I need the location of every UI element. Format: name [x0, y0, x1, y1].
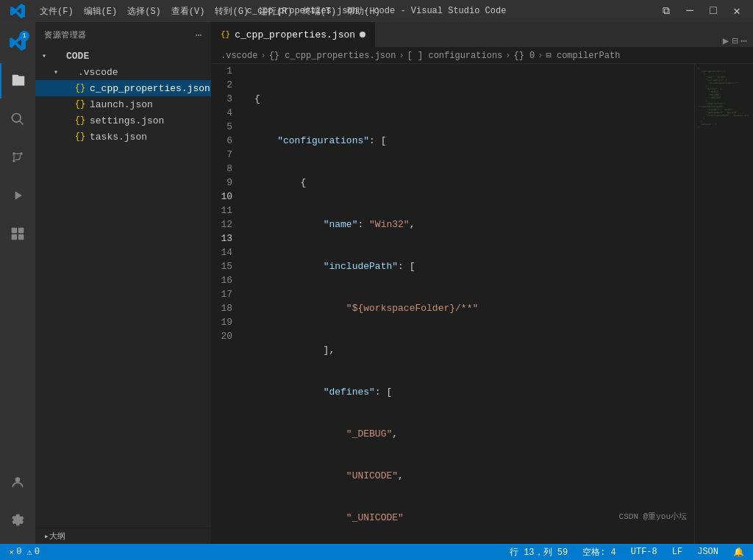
tab-json-icon: {}: [221, 30, 230, 39]
breadcrumb-vscode[interactable]: .vscode: [221, 51, 257, 61]
file-tree: ▾ CODE ▾ .vscode ▸ {} c_cpp_properties.j…: [35, 48, 211, 528]
title-bar: 文件(F) 编辑(E) 选择(S) 查看(V) 转到(G) 运行(R) 终端(T…: [0, 0, 753, 22]
maximize-button[interactable]: □: [703, 4, 724, 18]
tab-bar-actions: ▶ ⊟ ⋯: [717, 35, 753, 47]
status-bar-right: 行 13，列 59 空格: 4 UTF-8 LF JSON 🔔: [507, 546, 747, 559]
vscode-folder-item[interactable]: ▾ .vscode: [35, 64, 211, 80]
spaces-text: 空格: 4: [582, 546, 616, 559]
accounts-icon[interactable]: [0, 464, 35, 500]
run-debug-icon[interactable]: [0, 178, 35, 213]
position-status[interactable]: 行 13，列 59: [507, 546, 571, 559]
file-launch[interactable]: ▸ {} launch.json: [35, 96, 211, 112]
menu-edit[interactable]: 编辑(E): [79, 4, 122, 19]
svg-rect-8: [18, 234, 24, 240]
breadcrumb-file[interactable]: {} c_cpp_properties.json: [269, 51, 396, 61]
explorer-icon[interactable]: [0, 63, 35, 98]
minimize-button[interactable]: ─: [679, 4, 700, 18]
code-line-8: "defines": [: [254, 385, 694, 399]
code-line-10: "UNICODE",: [254, 469, 694, 483]
active-tab[interactable]: {} c_cpp_properties.json: [212, 22, 375, 47]
breadcrumb-sep1: ›: [260, 51, 265, 61]
outline-text: 大纲: [49, 531, 65, 542]
language-status[interactable]: JSON: [694, 547, 721, 557]
sidebar-title: 资源管理器: [44, 29, 87, 40]
encoding-text: UTF-8: [631, 547, 657, 557]
new-file-icon[interactable]: ⋯: [196, 29, 202, 41]
code-editor[interactable]: 1 2 3 4 5 6 7 8 9 10 11 12 13 14 15 16 1…: [212, 64, 753, 544]
line-num-14: 14: [212, 245, 240, 259]
menu-file[interactable]: 文件(F): [35, 4, 78, 19]
error-count: 0: [16, 547, 21, 557]
code-line-9: "_DEBUG",: [254, 427, 694, 441]
json-icon2: {}: [74, 98, 87, 111]
spaces-status[interactable]: 空格: 4: [579, 546, 619, 559]
svg-line-1: [20, 121, 24, 125]
window-title: c_cpp_properties.json - code - Visual St…: [247, 6, 507, 16]
editor-area: {} c_cpp_properties.json ▶ ⊟ ⋯ .vscode ›…: [212, 22, 753, 544]
breadcrumb-configurations[interactable]: [ ] configurations: [407, 51, 503, 61]
line-ending-status[interactable]: LF: [669, 547, 685, 557]
vscode-folder-icon: [62, 65, 75, 79]
menu-select[interactable]: 选择(S): [123, 4, 165, 19]
breadcrumb: .vscode › {} c_cpp_properties.json › [ ]…: [212, 48, 753, 64]
minimap-content: { "configurations": [ { "name": "Win32",…: [695, 64, 753, 132]
breadcrumb-sep4: ›: [538, 51, 543, 61]
svg-point-4: [13, 159, 15, 162]
status-bar: ✕ 0 ⚠ 0 行 13，列 59 空格: 4 UTF-8 LF JSON 🔔: [0, 544, 753, 560]
line-num-5: 5: [212, 120, 240, 134]
line-num-9: 9: [212, 176, 240, 190]
errors-status[interactable]: ✕ 0 ⚠ 0: [6, 547, 43, 558]
breadcrumb-sep3: ›: [505, 51, 510, 61]
file-settings[interactable]: ▸ {} settings.json: [35, 112, 211, 129]
line-num-3: 3: [212, 92, 240, 106]
more-actions-icon[interactable]: ⋯: [741, 35, 747, 47]
extensions-icon[interactable]: [0, 216, 35, 251]
line-num-16: 16: [212, 273, 240, 287]
main-layout: 1: [0, 22, 753, 544]
notifications-status[interactable]: 🔔: [730, 547, 747, 558]
root-folder-item[interactable]: ▾ CODE: [35, 48, 211, 64]
vscode-folder-label: .vscode: [78, 67, 118, 78]
vscode-logo-activity: 1: [0, 25, 35, 60]
json-icon: {}: [74, 82, 87, 95]
filename-c-cpp: c_cpp_properties.json: [90, 83, 210, 94]
close-button[interactable]: ✕: [727, 4, 747, 18]
svg-point-2: [13, 152, 15, 154]
search-icon[interactable]: [0, 101, 35, 137]
filename-tasks: tasks.json: [90, 132, 147, 143]
line-num-6: 6: [212, 134, 240, 148]
svg-rect-5: [12, 228, 18, 234]
code-content[interactable]: { "configurations": [ { "name": "Win32",…: [249, 64, 694, 544]
line-num-2: 2: [212, 78, 240, 92]
minimap: { "configurations": [ { "name": "Win32",…: [694, 64, 753, 544]
line-num-11: 11: [212, 204, 240, 218]
menu-view[interactable]: 查看(V): [167, 4, 210, 19]
breadcrumb-index[interactable]: {} 0: [513, 51, 535, 61]
code-line-5: "includePath": [: [254, 259, 694, 273]
line-ending-text: LF: [672, 547, 682, 557]
sidebar: 资源管理器 ⋯ ▾ CODE ▾ .vscode ▸ {} c_cpp_pr: [35, 22, 212, 544]
settings-icon[interactable]: [0, 503, 35, 538]
svg-point-9: [15, 477, 21, 482]
language-text: JSON: [697, 547, 718, 557]
breadcrumb-compilerpath[interactable]: ⊟ compilerPath: [546, 50, 621, 61]
toggle-panels-button[interactable]: ⧉: [656, 4, 677, 18]
code-line-7: ],: [254, 343, 694, 357]
activity-bar-bottom: [0, 464, 35, 544]
outline-label: ▸: [44, 531, 49, 541]
run-icon[interactable]: ▶: [723, 35, 729, 47]
code-line-4: "name": "Win32",: [254, 218, 694, 231]
split-editor-icon[interactable]: ⊟: [732, 35, 738, 47]
encoding-status[interactable]: UTF-8: [628, 547, 660, 557]
outline-bar[interactable]: ▸ 大纲: [35, 528, 211, 544]
watermark: CSDN @重you小坛: [619, 511, 687, 522]
tab-modified-dot: [360, 32, 365, 37]
file-tasks[interactable]: ▸ {} tasks.json: [35, 129, 211, 145]
root-folder-label: CODE: [66, 51, 89, 62]
file-c-cpp-properties[interactable]: ▸ {} c_cpp_properties.json: [35, 80, 211, 96]
folder-arrow-icon: ▾: [38, 50, 50, 62]
source-control-icon[interactable]: [0, 140, 35, 175]
tab-bar: {} c_cpp_properties.json ▶ ⊟ ⋯: [212, 22, 753, 48]
line-num-8: 8: [212, 162, 240, 176]
sidebar-header-icons[interactable]: ⋯: [196, 29, 202, 41]
